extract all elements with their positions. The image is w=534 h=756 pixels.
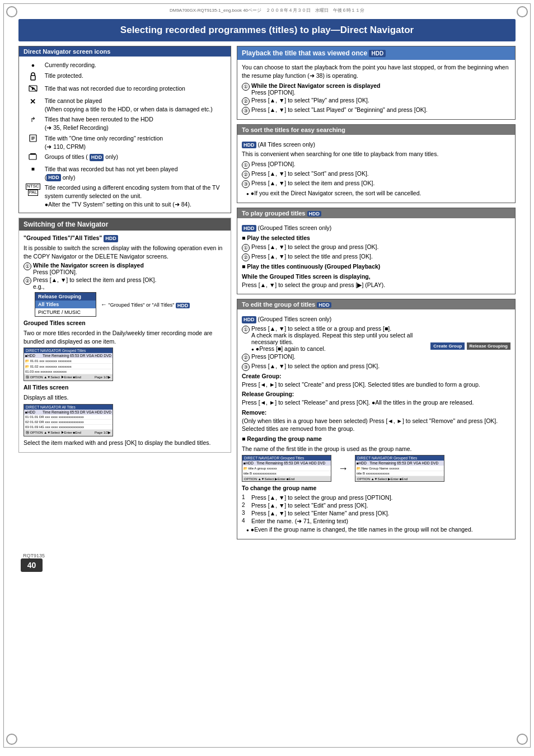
- unplayed-icon: ■: [24, 164, 43, 182]
- hdd-badge-switch: HDD: [104, 235, 118, 242]
- sort-content: HDD (All Titles screen only) This is con…: [237, 137, 515, 203]
- after-hdd: ■HDD Time Remaining 65:53 DR VGA HDD DVD: [355, 461, 444, 466]
- svg-rect-8: [29, 154, 36, 159]
- ss2-num: ②: [242, 171, 250, 179]
- all-screen-title: DIRECT NAVIGATOR All Titles: [26, 405, 76, 409]
- create-group-section: Create Group: Press [◄, ►] to select "Cr…: [242, 372, 510, 388]
- grouped-row-3: 01.03 xxx xxxxxxx xxxxxxxx: [24, 369, 113, 374]
- edit-group-content: HDD (Grouped Titles screen only) ① Press…: [237, 312, 515, 538]
- change-note: ●Even if the group name is changed, the …: [242, 525, 510, 534]
- grouped-titles-label: Grouped Titles screen: [24, 319, 226, 327]
- before-row-1: 📂 title A group xxxxxx: [242, 466, 331, 471]
- pss1-num: ①: [242, 244, 250, 252]
- left-column: Direct Navigator screen icons ● Currentl…: [18, 46, 231, 544]
- play-grouped-content: HDD (Grouped Titles screen only) ■ Play …: [237, 220, 515, 294]
- all-time-remaining: Time Remaining 65:53 DR VGA HDD DVD: [43, 410, 111, 414]
- remove-text: (Only when titles in a group have been s…: [242, 417, 498, 433]
- step-2-num: ②: [24, 277, 31, 285]
- switching-box: Switching of the Navigator "Grouped Titl…: [18, 218, 231, 452]
- corner-decoration-bl: [6, 734, 17, 745]
- protected-icon: [24, 71, 43, 84]
- grouped-row-2: 📂 01.02 xxx xxxxxxx xxxxxxxx: [24, 364, 113, 369]
- sort-subtitle: (All Titles screen only): [257, 141, 315, 148]
- play-selected-title: ■ Play the selected titles: [242, 234, 510, 242]
- all-screen-footer: ⑭ OPTION ▲▼Select ▶Enter ■End Page 1/2▶: [24, 430, 113, 436]
- egs3: ③ Press [▲, ▼] to select the option and …: [242, 363, 426, 371]
- edit-group-subtitle: HDD (Grouped Titles screen only): [242, 315, 510, 323]
- edit-group-steps-container: ① Press [▲, ▼] to select a title or a gr…: [242, 325, 426, 372]
- icon-row-protected: Title protected.: [24, 71, 226, 84]
- cns1-text: Press [▲, ▼] to select the group and pre…: [251, 494, 392, 501]
- create-group-text: Press [◄, ►] to select "Create" and pres…: [242, 381, 480, 388]
- playback-hdd-badge: HDD: [369, 50, 386, 57]
- after-footer: OPTION ▲▼Select ▶Enter ■End: [355, 476, 444, 481]
- hdd-badge-unplayed: HDD: [46, 174, 61, 181]
- sort-step-3: ③ Press [▲, ▼] to select the item and pr…: [242, 180, 510, 188]
- ps2-text: Press [▲, ▼] to select "Play" and press …: [251, 97, 369, 104]
- grouped-screen-mini: DIRECT NAVIGATOR Grouped Titles ■HDD Tim…: [24, 348, 113, 381]
- cns4-text: Enter the name. (➜ 71, Entering text): [251, 518, 348, 524]
- icons-table: ● Currently recording. Title protected.: [24, 60, 226, 209]
- switching-steps: ① While the Navigator screen is displaye…: [24, 262, 226, 290]
- play-grouped-box: To play grouped titles HDD HDD (Grouped …: [237, 208, 516, 295]
- edit-group-hdd-badge: HDD: [317, 302, 331, 308]
- egs1-num: ①: [242, 326, 250, 334]
- release-grouping-section: Release Grouping: Press [◄, ►] to select…: [242, 390, 510, 406]
- sort-hdd-subtitle: HDD (All Titles screen only): [242, 140, 510, 149]
- before-title: DIRECT NAVIGATOR Grouped Titles: [244, 456, 304, 460]
- icon-row-recording: ● Currently recording.: [24, 60, 226, 71]
- icon-row-cannot-play: ✕ Title cannot be played(When copying a …: [24, 96, 226, 114]
- sort-step-1: ① Press [OPTION].: [242, 161, 510, 169]
- page-footer: RQT9135 40: [7, 548, 527, 576]
- ps1-num: ①: [242, 83, 250, 91]
- cannot-play-desc: Title cannot be played(When copying a ti…: [43, 96, 226, 114]
- cns1-num: 1: [242, 494, 250, 500]
- page-number-container: RQT9135 40: [18, 553, 45, 572]
- meta-line: DM9A700GX-RQT9135-1_eng.book 40ページ ２００８年…: [7, 7, 527, 13]
- edit-group-box: To edit the group of titles HDD HDD (Gro…: [237, 299, 516, 539]
- edit-buttons-container: Create Group Release Grouping: [430, 342, 510, 351]
- cns2: 2 Press [▲, ▼] to select "Edit" and pres…: [242, 502, 510, 509]
- all-row-3-data: 03 01.03 HG xxx xxxx xxxxxxxxxxxxxxx: [25, 425, 84, 429]
- menu-mockup-container: Release Grouping All Titles PICTURE / MU…: [35, 292, 226, 317]
- release-grouping-text: Press [◄, ►] to select "Release" and pre…: [242, 399, 474, 406]
- page-title: Selecting recorded programmes (titles) t…: [18, 19, 516, 41]
- cns4-num: 4: [242, 518, 250, 524]
- release-grouping-button: Release Grouping: [467, 342, 510, 350]
- group-name-text: The name of the first title in the group…: [242, 445, 510, 453]
- right-column: Playback the title that was viewed once …: [237, 46, 516, 544]
- cns3-num: 3: [242, 510, 250, 516]
- playback-steps: ① While the Direct Navigator screen is d…: [242, 82, 510, 115]
- before-screen-header: DIRECT NAVIGATOR Grouped Titles: [242, 456, 331, 461]
- playback-step-1: ① While the Direct Navigator screen is d…: [242, 82, 510, 96]
- playback-step-3: ③ Press [▲, ▼] to select "Last Played" o…: [242, 106, 510, 115]
- play-grouped-hdd-badge-2: HDD: [242, 225, 256, 232]
- menu-picture-music: PICTURE / MUSIC: [35, 308, 96, 316]
- rerouted-desc: Titles that have been rerouted to the HD…: [43, 114, 226, 133]
- play-selected-steps: ① Press [▲, ▼] to select the group and p…: [242, 243, 510, 261]
- cannot-play-icon: ✕: [24, 96, 43, 114]
- pss2-num: ②: [242, 253, 250, 261]
- icon-row-onetime: Title with "One time only recording" res…: [24, 133, 226, 152]
- svg-rect-9: [30, 153, 36, 154]
- all-screen-mockup: DIRECT NAVIGATOR All Titles ■HDD Time Re…: [24, 404, 226, 436]
- rerouted-icon: ↱: [24, 114, 43, 133]
- ps3-num: ③: [242, 107, 250, 115]
- icon-row-rerouted: ↱ Titles that have been rerouted to the …: [24, 114, 226, 133]
- icon-row-encoding: NTSC PAL Title recorded using a differen…: [24, 182, 226, 209]
- edit-group-title-text: To edit the group of titles: [242, 301, 315, 308]
- protected-desc: Title protected.: [43, 71, 226, 84]
- all-row-1-data: 01 01.01 DR xxx xxxx xxxxxxxxxxxxxxx: [25, 415, 84, 419]
- corner-decoration-br: [517, 734, 528, 745]
- after-screen: DIRECT NAVIGATOR Grouped Titles ■HDD Tim…: [355, 455, 444, 482]
- onetime-desc: Title with "One time only recording" res…: [43, 133, 226, 152]
- hdd-label: ■HDD: [25, 354, 35, 358]
- menu-all-titles: All Titles: [35, 300, 96, 308]
- edit-group-steps: ① Press [▲, ▼] to select a title or a gr…: [242, 325, 426, 371]
- cns2-text: Press [▲, ▼] to select "Edit" and press …: [251, 502, 368, 509]
- play-grouped-subtitle: HDD (Grouped Titles screen only): [242, 224, 510, 232]
- pss2-text: Press [▲, ▼] to select the title and pre…: [251, 253, 373, 260]
- all-titles-desc: Displays all titles.: [24, 393, 226, 402]
- unplayed-desc: Title that was recorded but has not yet …: [43, 164, 226, 182]
- all-row-2: 02 01.02 DR xxx xxxx xxxxxxxxxxxxxxx: [24, 420, 113, 425]
